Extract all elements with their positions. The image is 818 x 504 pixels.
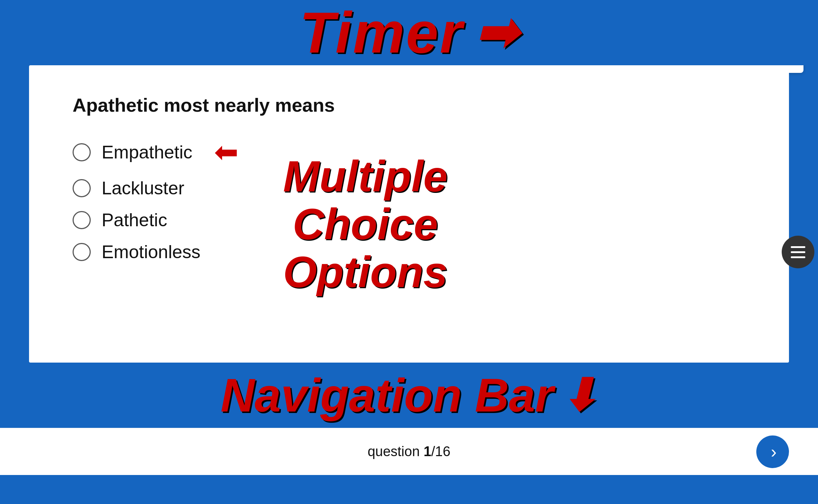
radio-b[interactable] bbox=[73, 179, 91, 197]
question-title: Apathetic most nearly means bbox=[73, 94, 745, 116]
bottom-bar: question 1/16 › bbox=[0, 428, 818, 475]
question-number: 1 bbox=[424, 444, 431, 459]
nav-bar-label: Navigation Bar bbox=[221, 368, 553, 422]
option-b-label: Lackluster bbox=[102, 178, 184, 199]
nav-bar-heading: Navigation Bar ⬇ bbox=[221, 368, 597, 422]
menu-button[interactable] bbox=[782, 236, 814, 268]
question-counter: question 1/16 bbox=[368, 444, 450, 459]
nav-bar-area: Navigation Bar ⬇ bbox=[0, 363, 818, 428]
timer-heading-text: Timer bbox=[299, 0, 464, 66]
mc-line1: Multiple bbox=[283, 152, 447, 200]
question-prefix: question bbox=[368, 444, 424, 459]
top-header-area: Timer ➡ bbox=[0, 0, 818, 65]
timer-heading: Timer ➡ bbox=[299, 0, 519, 66]
radio-c[interactable] bbox=[73, 211, 91, 229]
nav-bar-arrow-down-icon: ⬇ bbox=[561, 370, 597, 421]
question-card: Apathetic most nearly means Empathetic ⬅… bbox=[29, 65, 789, 363]
radio-a[interactable] bbox=[73, 143, 91, 161]
option-a-label: Empathetic bbox=[102, 142, 192, 163]
mc-line2: Choice bbox=[283, 200, 447, 248]
option-c-label: Pathetic bbox=[102, 210, 167, 231]
next-arrow-icon: › bbox=[771, 442, 777, 462]
next-button[interactable]: › bbox=[756, 435, 789, 468]
option-d-label: Emotionless bbox=[102, 241, 200, 263]
question-total: /16 bbox=[431, 444, 450, 459]
radio-d[interactable] bbox=[73, 243, 91, 261]
arrow-left-icon: ⬅ bbox=[214, 138, 238, 167]
mc-overlay: Multiple Choice Options bbox=[283, 152, 447, 296]
mc-line3: Options bbox=[283, 248, 447, 296]
menu-lines-icon bbox=[791, 246, 805, 258]
timer-arrow-right-icon: ➡ bbox=[475, 7, 519, 58]
